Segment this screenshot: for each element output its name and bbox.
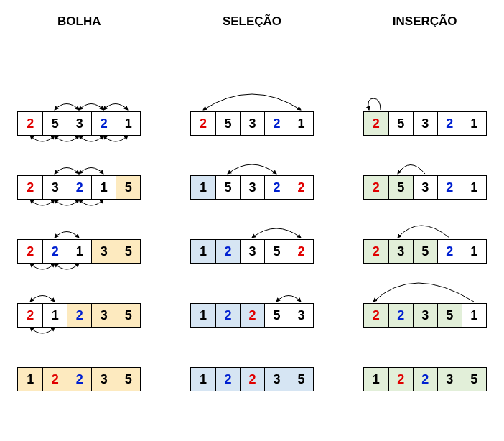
array-cell: 1 — [462, 304, 486, 327]
array-row: 12235 — [363, 367, 487, 391]
column-header-1: SELEÇÃO — [180, 14, 325, 29]
column-header-0: BOLHA — [7, 14, 151, 29]
array-cell: 2 — [364, 240, 388, 263]
array-cell: 2 — [67, 304, 91, 327]
array-cell: 2 — [364, 112, 388, 135]
array-cell: 5 — [289, 368, 313, 391]
array-cell: 2 — [215, 368, 240, 391]
array-cell: 5 — [437, 304, 462, 327]
array-cell: 1 — [67, 240, 91, 263]
array-cell: 2 — [388, 368, 413, 391]
array-cell: 1 — [42, 304, 67, 327]
bolha-step-3: 21235 — [7, 303, 151, 328]
array-cell: 2 — [264, 176, 289, 199]
array-cell: 2 — [388, 304, 413, 327]
array-cell: 2 — [289, 240, 313, 263]
array-cell: 3 — [240, 240, 264, 263]
array-cell: 5 — [264, 240, 289, 263]
array-cell: 1 — [116, 112, 140, 135]
array-cell: 5 — [264, 304, 289, 327]
array-cell: 1 — [191, 176, 215, 199]
array-cell: 1 — [191, 368, 215, 391]
array-cell: 2 — [18, 176, 42, 199]
array-cell: 3 — [91, 240, 116, 263]
array-cell: 2 — [364, 304, 388, 327]
array-cell: 3 — [289, 304, 313, 327]
inserção-step-1: 25321 — [353, 175, 497, 200]
array-cell: 2 — [437, 176, 462, 199]
bolha-step-0: 25321 — [7, 111, 151, 136]
array-cell: 2 — [215, 240, 240, 263]
array-cell: 1 — [289, 112, 313, 135]
array-cell: 5 — [42, 112, 67, 135]
array-cell: 3 — [413, 112, 437, 135]
bolha-step-1: 23215 — [7, 175, 151, 200]
array-row: 21235 — [17, 303, 141, 328]
array-cell: 5 — [388, 112, 413, 135]
array-cell: 5 — [116, 304, 140, 327]
array-cell: 2 — [18, 240, 42, 263]
sorting-comparison-grid: BOLHASELEÇÃOINSERÇÃO25321253212532123215… — [7, 14, 497, 391]
seleção-step-1: 15322 — [180, 175, 325, 200]
array-cell: 2 — [413, 368, 437, 391]
seleção-step-3: 12253 — [180, 303, 325, 328]
array-row: 22351 — [363, 303, 487, 328]
array-row: 23215 — [17, 175, 141, 200]
array-cell: 1 — [462, 112, 486, 135]
array-cell: 2 — [67, 368, 91, 391]
array-cell: 2 — [364, 176, 388, 199]
array-cell: 3 — [413, 304, 437, 327]
array-cell: 5 — [215, 176, 240, 199]
array-row: 23521 — [363, 239, 487, 264]
array-cell: 2 — [437, 240, 462, 263]
array-cell: 5 — [116, 176, 140, 199]
array-row: 25321 — [363, 111, 487, 136]
array-cell: 3 — [240, 176, 264, 199]
column-header-2: INSERÇÃO — [353, 14, 497, 29]
array-row: 12235 — [17, 367, 141, 391]
array-cell: 1 — [191, 304, 215, 327]
array-cell: 2 — [240, 368, 264, 391]
array-row: 12253 — [190, 303, 314, 328]
array-row: 25321 — [363, 175, 487, 200]
array-cell: 2 — [437, 112, 462, 135]
array-cell: 2 — [191, 112, 215, 135]
array-cell: 1 — [462, 176, 486, 199]
array-cell: 1 — [462, 240, 486, 263]
array-cell: 3 — [388, 240, 413, 263]
seleção-step-4: 12235 — [180, 367, 325, 391]
bolha-step-2: 22135 — [7, 239, 151, 264]
array-cell: 3 — [264, 368, 289, 391]
seleção-step-0: 25321 — [180, 111, 325, 136]
array-cell: 3 — [67, 112, 91, 135]
array-cell: 2 — [18, 304, 42, 327]
array-cell: 1 — [191, 240, 215, 263]
array-row: 22135 — [17, 239, 141, 264]
array-cell: 2 — [264, 112, 289, 135]
seleção-step-2: 12352 — [180, 239, 325, 264]
array-cell: 5 — [116, 368, 140, 391]
array-cell: 2 — [42, 240, 67, 263]
array-cell: 5 — [413, 240, 437, 263]
array-cell: 5 — [388, 176, 413, 199]
inserção-step-3: 22351 — [353, 303, 497, 328]
array-cell: 2 — [240, 304, 264, 327]
array-cell: 5 — [116, 240, 140, 263]
array-cell: 2 — [215, 304, 240, 327]
array-cell: 3 — [437, 368, 462, 391]
array-cell: 2 — [91, 112, 116, 135]
inserção-step-0: 25321 — [353, 111, 497, 136]
array-row: 15322 — [190, 175, 314, 200]
array-cell: 1 — [18, 368, 42, 391]
array-cell: 1 — [91, 176, 116, 199]
array-row: 12352 — [190, 239, 314, 264]
array-cell: 3 — [413, 176, 437, 199]
array-cell: 3 — [240, 112, 264, 135]
array-cell: 2 — [42, 368, 67, 391]
array-cell: 3 — [91, 368, 116, 391]
array-cell: 3 — [91, 304, 116, 327]
array-cell: 5 — [215, 112, 240, 135]
array-cell: 1 — [364, 368, 388, 391]
bolha-step-4: 12235 — [7, 367, 151, 391]
array-cell: 2 — [18, 112, 42, 135]
